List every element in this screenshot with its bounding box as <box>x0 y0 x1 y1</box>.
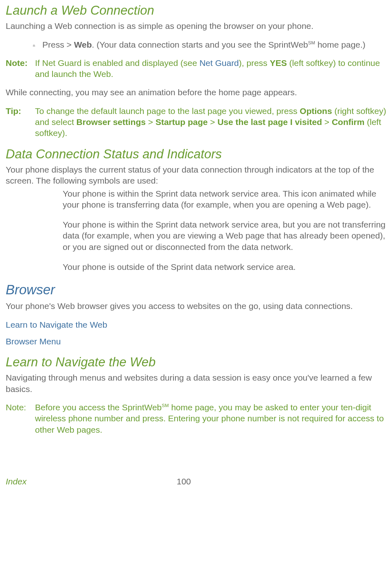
note2-t1: Before you access the SprintWeb <box>35 403 162 412</box>
tip-t4: > <box>208 117 217 127</box>
paragraph-browser: Your phone's Web browser gives you acces… <box>6 300 386 311</box>
note-label: Note: <box>6 57 35 80</box>
tip-b3: Startup page <box>155 117 208 127</box>
tip-t1: To change the default launch page to the… <box>35 106 300 116</box>
paragraph-intro: Launching a Web connection is as simple … <box>6 20 386 31</box>
bullet-text-end: home page.) <box>315 40 366 49</box>
tip-t5: > <box>322 117 332 127</box>
note-bold-yes: YES <box>270 58 287 68</box>
paragraph-navigate: Navigating through menus and websites du… <box>6 372 386 394</box>
bullet-marker: n <box>6 39 42 50</box>
note2-label: Note: <box>6 402 35 435</box>
footer-page-number: 100 <box>177 476 191 487</box>
paragraph-connecting: While connecting, you may see an animati… <box>6 87 386 98</box>
bullet-content: Press > Web. (Your data connection start… <box>42 39 386 50</box>
heading-browser: Browser <box>6 281 386 299</box>
link-learn-navigate[interactable]: Learn to Navigate the Web <box>6 319 386 330</box>
bullet-text-prefix: Press > <box>42 40 74 49</box>
note2-sup: SM <box>162 403 169 408</box>
indicator-3: Your phone is outside of the Sprint data… <box>63 261 386 272</box>
tip-t3: > <box>146 117 155 127</box>
heading-learn-navigate: Learn to Navigate the Web <box>6 354 386 370</box>
bullet-text-mid: . (Your data connection starts and you s… <box>92 40 308 49</box>
note-content: If Net Guard is enabled and displayed (s… <box>35 57 386 80</box>
tip-label: Tip: <box>6 105 35 139</box>
link-browser-menu[interactable]: Browser Menu <box>6 336 386 347</box>
indicator-list: Your phone is within the Sprint data net… <box>63 188 386 273</box>
note-net-guard: Note: If Net Guard is enabled and displa… <box>6 57 386 80</box>
bullet-super: SM <box>308 40 315 45</box>
note-text-1: If Net Guard is enabled and displayed (s… <box>35 58 199 68</box>
tip-b4: Use the last page I visited <box>217 117 322 127</box>
link-net-guard[interactable]: Net Guard <box>199 58 239 68</box>
heading-data-status: Data Connection Status and Indicators <box>6 146 386 162</box>
footer-index[interactable]: Index <box>6 476 177 487</box>
tip-b1: Options <box>300 106 332 116</box>
indicator-2: Your phone is within the Sprint data net… <box>63 219 386 252</box>
note-text-2: ), press <box>239 58 270 68</box>
tip-b2: Browser settings <box>77 117 146 127</box>
tip-row: Tip: To change the default launch page t… <box>6 105 386 139</box>
note2-content: Before you access the SprintWebSM home p… <box>35 402 386 435</box>
note-sprintweb: Note: Before you access the SprintWebSM … <box>6 402 386 435</box>
tip-b5: Confirm <box>332 117 365 127</box>
page-footer: Index 100 <box>6 476 386 487</box>
instruction-bullet: n Press > Web. (Your data connection sta… <box>6 39 386 50</box>
heading-launch-web: Launch a Web Connection <box>6 2 386 19</box>
indicator-1: Your phone is within the Sprint data net… <box>63 188 386 210</box>
tip-content: To change the default launch page to the… <box>35 105 386 139</box>
bullet-bold-web: Web <box>74 40 92 49</box>
paragraph-data-status: Your phone displays the current status o… <box>6 164 386 186</box>
